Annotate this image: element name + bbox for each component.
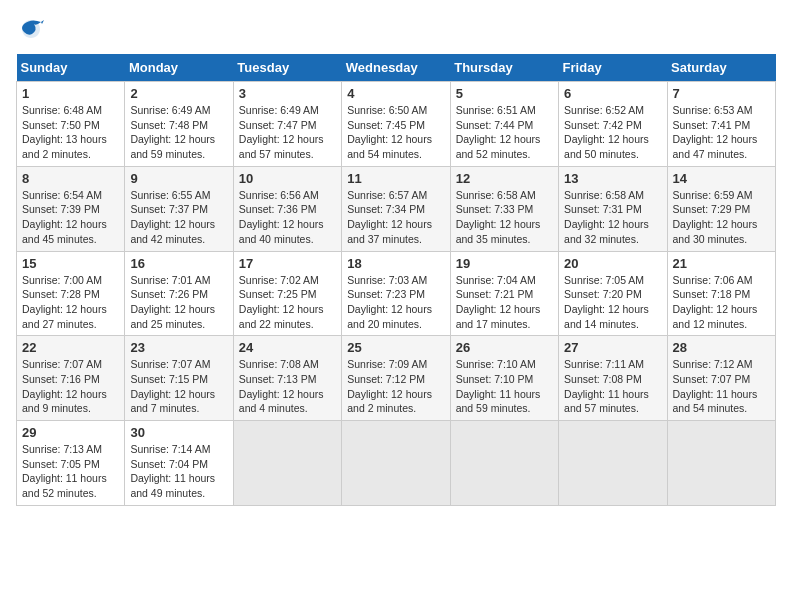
calendar-week-3: 22Sunrise: 7:07 AMSunset: 7:16 PMDayligh… — [17, 336, 776, 421]
day-info: Sunrise: 6:49 AMSunset: 7:47 PMDaylight:… — [239, 103, 336, 162]
calendar-cell: 8Sunrise: 6:54 AMSunset: 7:39 PMDaylight… — [17, 166, 125, 251]
day-info: Sunrise: 7:00 AMSunset: 7:28 PMDaylight:… — [22, 273, 119, 332]
calendar-cell: 12Sunrise: 6:58 AMSunset: 7:33 PMDayligh… — [450, 166, 558, 251]
day-number: 23 — [130, 340, 227, 355]
day-number: 2 — [130, 86, 227, 101]
day-number: 30 — [130, 425, 227, 440]
day-number: 7 — [673, 86, 770, 101]
calendar-cell: 6Sunrise: 6:52 AMSunset: 7:42 PMDaylight… — [559, 82, 667, 167]
calendar-cell: 28Sunrise: 7:12 AMSunset: 7:07 PMDayligh… — [667, 336, 775, 421]
day-number: 21 — [673, 256, 770, 271]
calendar-cell: 5Sunrise: 6:51 AMSunset: 7:44 PMDaylight… — [450, 82, 558, 167]
calendar-cell — [233, 421, 341, 506]
day-number: 4 — [347, 86, 444, 101]
day-number: 15 — [22, 256, 119, 271]
calendar-cell: 14Sunrise: 6:59 AMSunset: 7:29 PMDayligh… — [667, 166, 775, 251]
calendar-table: SundayMondayTuesdayWednesdayThursdayFrid… — [16, 54, 776, 506]
logo — [16, 16, 50, 44]
day-info: Sunrise: 7:01 AMSunset: 7:26 PMDaylight:… — [130, 273, 227, 332]
day-number: 25 — [347, 340, 444, 355]
day-number: 26 — [456, 340, 553, 355]
calendar-cell: 15Sunrise: 7:00 AMSunset: 7:28 PMDayligh… — [17, 251, 125, 336]
calendar-cell: 29Sunrise: 7:13 AMSunset: 7:05 PMDayligh… — [17, 421, 125, 506]
calendar-cell: 22Sunrise: 7:07 AMSunset: 7:16 PMDayligh… — [17, 336, 125, 421]
day-number: 19 — [456, 256, 553, 271]
day-info: Sunrise: 7:10 AMSunset: 7:10 PMDaylight:… — [456, 357, 553, 416]
day-info: Sunrise: 6:51 AMSunset: 7:44 PMDaylight:… — [456, 103, 553, 162]
day-number: 29 — [22, 425, 119, 440]
day-info: Sunrise: 6:49 AMSunset: 7:48 PMDaylight:… — [130, 103, 227, 162]
day-number: 28 — [673, 340, 770, 355]
weekday-header-tuesday: Tuesday — [233, 54, 341, 82]
calendar-cell: 19Sunrise: 7:04 AMSunset: 7:21 PMDayligh… — [450, 251, 558, 336]
day-info: Sunrise: 7:11 AMSunset: 7:08 PMDaylight:… — [564, 357, 661, 416]
day-number: 3 — [239, 86, 336, 101]
day-info: Sunrise: 6:59 AMSunset: 7:29 PMDaylight:… — [673, 188, 770, 247]
day-number: 27 — [564, 340, 661, 355]
day-info: Sunrise: 6:55 AMSunset: 7:37 PMDaylight:… — [130, 188, 227, 247]
day-info: Sunrise: 6:54 AMSunset: 7:39 PMDaylight:… — [22, 188, 119, 247]
calendar-cell: 10Sunrise: 6:56 AMSunset: 7:36 PMDayligh… — [233, 166, 341, 251]
page-header — [16, 16, 776, 44]
day-info: Sunrise: 6:58 AMSunset: 7:31 PMDaylight:… — [564, 188, 661, 247]
day-info: Sunrise: 7:13 AMSunset: 7:05 PMDaylight:… — [22, 442, 119, 501]
logo-bird-icon — [16, 16, 46, 44]
day-info: Sunrise: 6:52 AMSunset: 7:42 PMDaylight:… — [564, 103, 661, 162]
day-info: Sunrise: 7:08 AMSunset: 7:13 PMDaylight:… — [239, 357, 336, 416]
day-info: Sunrise: 6:50 AMSunset: 7:45 PMDaylight:… — [347, 103, 444, 162]
calendar-cell: 4Sunrise: 6:50 AMSunset: 7:45 PMDaylight… — [342, 82, 450, 167]
day-number: 9 — [130, 171, 227, 186]
day-info: Sunrise: 6:56 AMSunset: 7:36 PMDaylight:… — [239, 188, 336, 247]
calendar-week-4: 29Sunrise: 7:13 AMSunset: 7:05 PMDayligh… — [17, 421, 776, 506]
day-number: 12 — [456, 171, 553, 186]
day-info: Sunrise: 7:09 AMSunset: 7:12 PMDaylight:… — [347, 357, 444, 416]
day-info: Sunrise: 7:05 AMSunset: 7:20 PMDaylight:… — [564, 273, 661, 332]
day-number: 11 — [347, 171, 444, 186]
day-info: Sunrise: 7:07 AMSunset: 7:16 PMDaylight:… — [22, 357, 119, 416]
calendar-cell: 13Sunrise: 6:58 AMSunset: 7:31 PMDayligh… — [559, 166, 667, 251]
calendar-cell: 21Sunrise: 7:06 AMSunset: 7:18 PMDayligh… — [667, 251, 775, 336]
day-number: 18 — [347, 256, 444, 271]
weekday-header-monday: Monday — [125, 54, 233, 82]
day-number: 13 — [564, 171, 661, 186]
calendar-cell: 3Sunrise: 6:49 AMSunset: 7:47 PMDaylight… — [233, 82, 341, 167]
weekday-header-friday: Friday — [559, 54, 667, 82]
calendar-cell — [559, 421, 667, 506]
day-number: 20 — [564, 256, 661, 271]
calendar-cell — [342, 421, 450, 506]
calendar-cell: 7Sunrise: 6:53 AMSunset: 7:41 PMDaylight… — [667, 82, 775, 167]
weekday-header-row: SundayMondayTuesdayWednesdayThursdayFrid… — [17, 54, 776, 82]
calendar-cell — [450, 421, 558, 506]
calendar-cell: 9Sunrise: 6:55 AMSunset: 7:37 PMDaylight… — [125, 166, 233, 251]
calendar-cell: 1Sunrise: 6:48 AMSunset: 7:50 PMDaylight… — [17, 82, 125, 167]
calendar-week-2: 15Sunrise: 7:00 AMSunset: 7:28 PMDayligh… — [17, 251, 776, 336]
day-info: Sunrise: 6:57 AMSunset: 7:34 PMDaylight:… — [347, 188, 444, 247]
calendar-week-0: 1Sunrise: 6:48 AMSunset: 7:50 PMDaylight… — [17, 82, 776, 167]
day-info: Sunrise: 7:03 AMSunset: 7:23 PMDaylight:… — [347, 273, 444, 332]
calendar-cell: 11Sunrise: 6:57 AMSunset: 7:34 PMDayligh… — [342, 166, 450, 251]
day-info: Sunrise: 6:58 AMSunset: 7:33 PMDaylight:… — [456, 188, 553, 247]
calendar-cell: 16Sunrise: 7:01 AMSunset: 7:26 PMDayligh… — [125, 251, 233, 336]
day-number: 8 — [22, 171, 119, 186]
day-number: 14 — [673, 171, 770, 186]
day-info: Sunrise: 7:06 AMSunset: 7:18 PMDaylight:… — [673, 273, 770, 332]
day-number: 1 — [22, 86, 119, 101]
calendar-week-1: 8Sunrise: 6:54 AMSunset: 7:39 PMDaylight… — [17, 166, 776, 251]
calendar-cell: 23Sunrise: 7:07 AMSunset: 7:15 PMDayligh… — [125, 336, 233, 421]
calendar-cell: 30Sunrise: 7:14 AMSunset: 7:04 PMDayligh… — [125, 421, 233, 506]
day-info: Sunrise: 6:53 AMSunset: 7:41 PMDaylight:… — [673, 103, 770, 162]
calendar-cell: 18Sunrise: 7:03 AMSunset: 7:23 PMDayligh… — [342, 251, 450, 336]
weekday-header-wednesday: Wednesday — [342, 54, 450, 82]
day-number: 16 — [130, 256, 227, 271]
day-number: 24 — [239, 340, 336, 355]
weekday-header-sunday: Sunday — [17, 54, 125, 82]
day-number: 5 — [456, 86, 553, 101]
weekday-header-saturday: Saturday — [667, 54, 775, 82]
day-info: Sunrise: 7:07 AMSunset: 7:15 PMDaylight:… — [130, 357, 227, 416]
calendar-cell: 24Sunrise: 7:08 AMSunset: 7:13 PMDayligh… — [233, 336, 341, 421]
day-info: Sunrise: 7:14 AMSunset: 7:04 PMDaylight:… — [130, 442, 227, 501]
calendar-cell: 26Sunrise: 7:10 AMSunset: 7:10 PMDayligh… — [450, 336, 558, 421]
day-number: 17 — [239, 256, 336, 271]
calendar-cell: 20Sunrise: 7:05 AMSunset: 7:20 PMDayligh… — [559, 251, 667, 336]
day-number: 10 — [239, 171, 336, 186]
